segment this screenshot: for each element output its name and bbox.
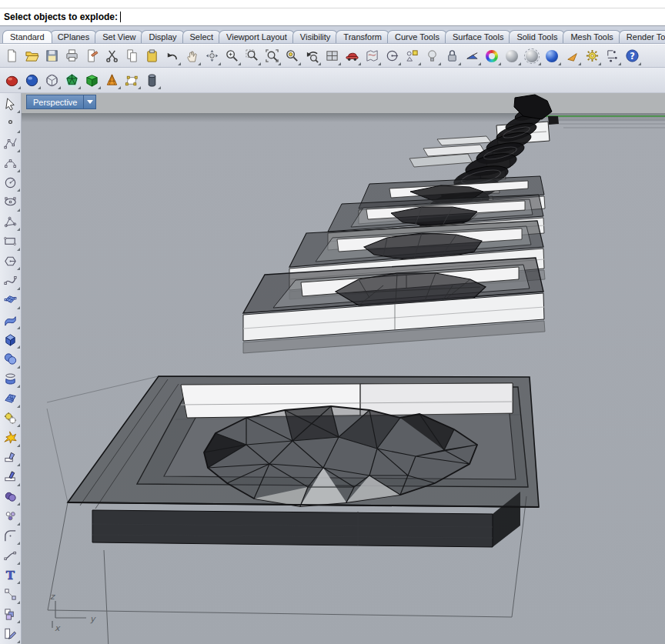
command-prompt[interactable]: Select objects to explode: <box>0 8 665 26</box>
set-cplane-button[interactable] <box>383 47 401 65</box>
control-point-curve-button[interactable] <box>2 134 20 152</box>
explode-button[interactable] <box>2 429 20 447</box>
solid-cylinder-button[interactable] <box>2 369 20 388</box>
paste-button[interactable] <box>142 47 161 65</box>
point-button[interactable] <box>2 115 20 133</box>
display-mode-button[interactable] <box>463 47 481 65</box>
mesh-polyhedron-button[interactable] <box>62 71 81 89</box>
print-button[interactable] <box>62 47 81 65</box>
save-button[interactable] <box>42 47 61 65</box>
surface-control-points-button[interactable] <box>2 291 20 309</box>
named-views-button[interactable] <box>343 47 361 65</box>
pan-view-button[interactable] <box>182 47 201 65</box>
object-snap-icon <box>405 48 419 63</box>
viewport-menu-arrow-icon[interactable] <box>83 95 95 108</box>
gears-button[interactable] <box>2 409 20 427</box>
print-icon <box>65 48 79 63</box>
block-edit-button[interactable] <box>2 625 20 643</box>
help-button[interactable]: ? <box>623 47 641 65</box>
cut-button[interactable] <box>102 47 121 65</box>
ellipse-button[interactable] <box>2 193 20 212</box>
perspective-viewport[interactable]: Perspective <box>22 93 665 644</box>
viewport-title-tab[interactable]: Perspective <box>26 95 96 109</box>
undo-view-change-button[interactable] <box>302 47 321 65</box>
open-document-button[interactable] <box>22 47 41 65</box>
circle-button[interactable] <box>2 173 20 192</box>
copy-button[interactable] <box>122 47 141 65</box>
undo-button[interactable] <box>162 47 181 65</box>
fillet-icon <box>3 529 18 543</box>
split-button[interactable] <box>2 468 20 486</box>
fillet-button[interactable] <box>2 526 20 545</box>
render-window-button[interactable] <box>523 47 541 65</box>
trim-button[interactable] <box>2 448 20 466</box>
gears-icon <box>3 411 18 425</box>
solid-box-button[interactable] <box>2 330 20 349</box>
notifications-button[interactable] <box>563 47 581 65</box>
zoom-window-button[interactable] <box>242 47 261 65</box>
mesh-cone-button[interactable] <box>102 71 121 89</box>
dimension-button[interactable] <box>603 47 621 65</box>
polyline-button[interactable] <box>2 212 20 231</box>
lock-objects-button[interactable] <box>443 47 461 65</box>
mesh-plane-button[interactable] <box>122 71 141 89</box>
tab-mesh-tools[interactable]: Mesh Tools <box>563 30 620 43</box>
plan-view-button[interactable] <box>363 47 381 65</box>
render-button[interactable] <box>503 47 521 65</box>
tab-standard[interactable]: Standard <box>2 30 52 43</box>
group-button[interactable] <box>2 507 20 526</box>
tab-render-tools[interactable]: Render Tools <box>619 30 665 43</box>
text-button[interactable]: T <box>2 566 20 584</box>
tab-curve-tools[interactable]: Curve Tools <box>387 30 447 43</box>
zoom-dynamic-icon <box>225 48 239 63</box>
zoom-selected-button[interactable] <box>262 47 281 65</box>
select-color-button[interactable] <box>483 47 501 65</box>
tab-set-view[interactable]: Set View <box>95 30 143 43</box>
split-icon <box>3 469 18 484</box>
boolean-union-button[interactable] <box>2 487 20 506</box>
select-color-icon <box>486 50 498 62</box>
tab-viewport-layout[interactable]: Viewport Layout <box>219 30 295 43</box>
ellipsoid-button[interactable] <box>2 71 21 89</box>
rectangle-button[interactable] <box>2 232 20 251</box>
layers-button[interactable] <box>2 605 20 623</box>
render-icon <box>506 50 518 62</box>
extend-curve-button[interactable] <box>2 546 20 565</box>
zoom-dynamic-button[interactable] <box>222 47 241 65</box>
zoom-selected-icon <box>265 48 279 63</box>
mesh-box-button[interactable] <box>82 71 101 89</box>
interpolate-curve-button[interactable] <box>2 154 20 172</box>
layers-icon <box>3 607 18 622</box>
export-document-button[interactable] <box>82 47 101 65</box>
tab-solid-tools[interactable]: Solid Tools <box>509 30 565 43</box>
viewport-layout-button[interactable] <box>322 47 341 65</box>
surface-patch-button[interactable] <box>2 389 20 408</box>
curve-blend-button[interactable] <box>2 272 20 290</box>
tab-transform[interactable]: Transform <box>336 30 389 43</box>
viewport-title[interactable]: Perspective <box>27 98 83 107</box>
mesh-sphere-button[interactable] <box>42 71 61 89</box>
sphere-button[interactable] <box>22 71 41 89</box>
solid-sphere-button[interactable] <box>2 350 20 369</box>
help-icon: ? <box>625 48 640 63</box>
lamp-button[interactable] <box>423 47 441 65</box>
polygon-button[interactable] <box>2 252 20 270</box>
tab-select[interactable]: Select <box>182 30 222 43</box>
surface-loft-button[interactable] <box>2 311 20 329</box>
options-button[interactable] <box>583 47 601 65</box>
zoom-target-button[interactable] <box>282 47 301 65</box>
render-preview-button[interactable] <box>543 47 561 65</box>
mesh-cylinder-button[interactable] <box>142 71 161 89</box>
horizon-band <box>22 113 665 122</box>
rotate-view-button[interactable] <box>202 47 221 65</box>
ellipsoid-icon <box>5 73 19 88</box>
tab-display[interactable]: Display <box>141 30 184 43</box>
tab-surface-tools[interactable]: Surface Tools <box>445 30 511 43</box>
select-button[interactable] <box>2 95 20 113</box>
show-points-button[interactable] <box>2 586 20 604</box>
tab-cplanes[interactable]: CPlanes <box>50 30 98 43</box>
object-snap-button[interactable] <box>403 47 421 65</box>
command-history[interactable] <box>0 0 665 8</box>
tab-visibility[interactable]: Visibility <box>292 30 339 43</box>
new-document-button[interactable] <box>2 47 21 65</box>
